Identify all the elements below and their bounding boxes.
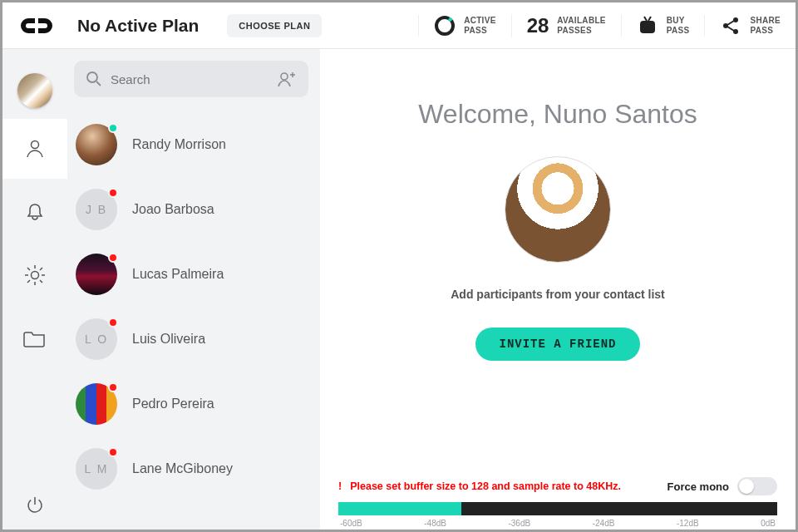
- db-label: -12dB: [677, 519, 699, 528]
- add-contact-icon[interactable]: [277, 71, 297, 87]
- svg-line-23: [96, 81, 101, 86]
- audio-bar: ! Please set buffer size to 128 and samp…: [320, 469, 796, 530]
- db-label: 0dB: [761, 519, 776, 528]
- svg-line-8: [727, 21, 734, 25]
- contact-item[interactable]: Randy Morrison: [74, 112, 308, 177]
- bell-icon: [24, 201, 46, 223]
- db-label: -24dB: [593, 519, 615, 528]
- nav-rail: [2, 49, 67, 530]
- user-avatar-large: [505, 156, 611, 263]
- active-pass-stat[interactable]: ACTIVE PASS: [418, 15, 495, 37]
- tv-icon: [637, 15, 658, 37]
- status-dot: [108, 253, 118, 263]
- contact-item[interactable]: Lucas Palmeira: [74, 242, 308, 307]
- person-icon: [24, 138, 46, 160]
- buy-pass-button[interactable]: BUY PASS: [621, 15, 690, 37]
- svg-line-16: [27, 268, 30, 270]
- svg-rect-4: [640, 21, 655, 33]
- status-dot: [108, 382, 118, 392]
- rail-profile[interactable]: [2, 66, 67, 116]
- search-input[interactable]: [111, 72, 277, 86]
- gear-icon: [23, 264, 47, 287]
- contact-name: Pedro Pereira: [132, 397, 214, 411]
- rail-power[interactable]: [2, 480, 67, 530]
- power-icon: [25, 495, 45, 515]
- ring-icon: [434, 15, 456, 37]
- welcome-subtitle: Add participants from your contact list: [451, 288, 664, 301]
- invite-friend-button[interactable]: INVITE A FRIEND: [475, 328, 639, 361]
- warning-text: Please set buffer size to 128 and sample…: [350, 480, 667, 492]
- contact-item[interactable]: L OLuis Oliveira: [74, 307, 308, 372]
- force-mono-label: Force mono: [667, 480, 729, 493]
- rail-files[interactable]: [2, 308, 67, 368]
- contact-avatar: [76, 383, 117, 425]
- status-dot: [108, 123, 118, 133]
- choose-plan-button[interactable]: CHOOSE PLAN: [227, 14, 322, 37]
- contact-avatar: L O: [76, 318, 117, 360]
- search-icon: [86, 71, 102, 87]
- audio-warning-row: ! Please set buffer size to 128 and samp…: [338, 477, 777, 495]
- contact-name: Randy Morrison: [132, 137, 226, 152]
- svg-line-19: [40, 268, 42, 270]
- status-dot: [108, 188, 118, 198]
- audio-meter: [338, 502, 777, 515]
- contact-item[interactable]: L MLane McGiboney: [74, 436, 308, 501]
- contact-name: Lucas Palmeira: [132, 267, 224, 282]
- svg-line-17: [40, 280, 42, 283]
- warning-icon: !: [338, 480, 342, 492]
- svg-point-10: [32, 141, 39, 149]
- db-label: -36dB: [508, 519, 530, 528]
- contact-avatar: [76, 124, 117, 165]
- folder-icon: [23, 328, 47, 348]
- main-panel: Welcome, Nuno Santos Add participants fr…: [320, 49, 796, 530]
- contact-list: Randy MorrisonJ BJoao BarbosaLucas Palme…: [74, 112, 308, 501]
- body: Randy MorrisonJ BJoao BarbosaLucas Palme…: [2, 49, 796, 530]
- app-window: No Active Plan CHOOSE PLAN ACTIVE PASS 2…: [2, 2, 796, 530]
- welcome-area: Welcome, Nuno Santos Add participants fr…: [320, 49, 796, 469]
- svg-line-3: [648, 17, 651, 21]
- app-logo: [17, 15, 56, 37]
- available-count: 28: [527, 14, 549, 37]
- svg-line-9: [727, 27, 734, 31]
- svg-line-2: [644, 17, 647, 21]
- db-label: -48dB: [424, 519, 446, 528]
- share-icon: [720, 15, 741, 37]
- share-pass-button[interactable]: SHARE PASS: [704, 15, 781, 37]
- db-label: -60dB: [340, 519, 362, 528]
- contact-name: Luis Oliveira: [132, 332, 205, 347]
- contact-item[interactable]: Pedro Pereira: [74, 372, 308, 436]
- db-scale: -60dB-48dB-36dB-24dB-12dB0dB: [338, 519, 777, 528]
- svg-line-18: [27, 280, 30, 283]
- rail-contacts[interactable]: [2, 119, 67, 179]
- search-row: [74, 61, 308, 97]
- contact-item[interactable]: J BJoao Barbosa: [74, 177, 308, 242]
- plan-title: No Active Plan: [77, 16, 199, 36]
- contact-avatar: J B: [76, 189, 117, 230]
- status-dot: [108, 447, 118, 457]
- status-dot: [108, 318, 118, 328]
- rail-notifications[interactable]: [2, 182, 67, 242]
- contact-name: Joao Barbosa: [132, 202, 214, 217]
- svg-point-11: [32, 272, 39, 279]
- svg-point-22: [87, 72, 97, 82]
- contact-name: Lane McGiboney: [132, 461, 233, 476]
- contacts-panel: Randy MorrisonJ BJoao BarbosaLucas Palme…: [67, 49, 320, 530]
- user-avatar-small: [17, 73, 52, 108]
- contact-avatar: L M: [76, 448, 117, 490]
- audio-meter-fill: [338, 502, 461, 515]
- welcome-title: Welcome, Nuno Santos: [418, 99, 697, 130]
- svg-point-24: [281, 73, 288, 80]
- contact-avatar: [76, 254, 117, 295]
- rail-settings[interactable]: [2, 245, 67, 305]
- available-passes-stat[interactable]: 28 AVAILABLE PASSES: [511, 14, 606, 37]
- force-mono-toggle[interactable]: [737, 477, 777, 495]
- header: No Active Plan CHOOSE PLAN ACTIVE PASS 2…: [2, 2, 796, 49]
